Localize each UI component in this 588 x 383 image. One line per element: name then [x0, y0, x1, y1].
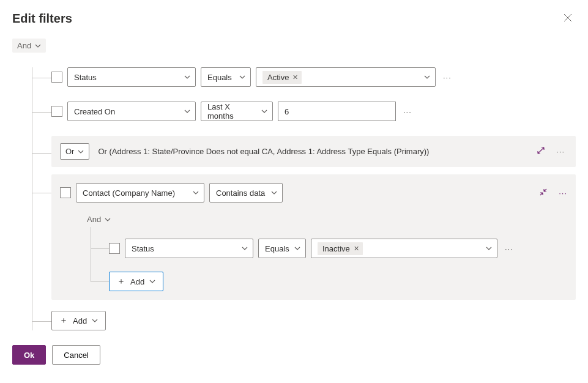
chevron-down-icon: [424, 75, 430, 79]
value-chip: Inactive ✕: [318, 242, 363, 255]
chevron-down-icon: [92, 319, 98, 322]
chevron-down-icon: [486, 247, 492, 250]
operator-select[interactable]: Equals: [201, 67, 251, 87]
field-label: Status: [132, 244, 154, 253]
operator-label: Equals: [265, 244, 289, 253]
chevron-down-icon: [294, 247, 300, 250]
add-row-wrap: ＋ Add: [84, 272, 567, 291]
chip-label: Inactive: [322, 244, 350, 253]
chevron-down-icon: [184, 110, 190, 113]
root-group-label: And: [17, 41, 31, 50]
chevron-down-icon: [35, 44, 41, 48]
chevron-down-icon: [149, 280, 155, 283]
chevron-down-icon: [261, 110, 267, 113]
row-checkbox[interactable]: [51, 106, 62, 117]
related-entity-select[interactable]: Contact (Company Name): [76, 183, 204, 203]
add-label: Add: [130, 277, 144, 286]
row-more-icon[interactable]: ···: [441, 73, 454, 82]
expand-icon[interactable]: [537, 146, 545, 157]
nested-group: And Status: [84, 214, 567, 291]
value-select[interactable]: Active ✕: [256, 67, 436, 87]
nested-group-connector[interactable]: And: [84, 214, 113, 225]
row-more-icon[interactable]: ···: [559, 188, 567, 198]
or-summary-text: Or (Address 1: State/Province Does not e…: [98, 147, 528, 156]
close-icon[interactable]: [560, 10, 576, 28]
field-select[interactable]: Created On: [67, 102, 196, 121]
dialog-title: Edit filters: [12, 12, 72, 26]
operator-select[interactable]: Contains data: [209, 183, 283, 203]
row-checkbox[interactable]: [51, 72, 62, 83]
chip-label: Active: [267, 73, 289, 82]
related-entity-block: Contact (Company Name) Contains data ···: [51, 174, 576, 300]
operator-label: Last X months: [207, 102, 256, 121]
field-label: Status: [74, 73, 97, 82]
field-select[interactable]: Status: [67, 67, 196, 87]
chevron-down-icon: [239, 75, 245, 79]
dialog-header: Edit filters: [12, 10, 576, 28]
add-label: Add: [73, 316, 87, 325]
filter-tree: Status Equals Active ✕ ···: [12, 67, 576, 330]
row-more-icon[interactable]: ···: [502, 244, 516, 253]
tree-line: [32, 153, 51, 154]
cancel-button[interactable]: Cancel: [52, 345, 100, 365]
tree-line: [32, 193, 51, 193]
filter-row: Status Equals Inactive: [84, 239, 567, 258]
add-row-wrap: ＋ Add: [27, 311, 576, 330]
value-select[interactable]: Inactive ✕: [311, 239, 497, 258]
add-button[interactable]: ＋ Add: [51, 311, 106, 330]
value-chip: Active ✕: [262, 71, 302, 84]
chip-remove-icon[interactable]: ✕: [354, 245, 359, 253]
nested-group-label: And: [87, 215, 101, 224]
or-group-connector[interactable]: Or: [60, 143, 89, 160]
root-group-connector[interactable]: And: [12, 39, 46, 53]
chevron-down-icon: [184, 75, 190, 79]
operator-label: Equals: [207, 73, 232, 82]
chevron-down-icon: [193, 191, 199, 195]
filter-row: Status Equals Active ✕ ···: [27, 67, 576, 87]
row-checkbox[interactable]: [109, 243, 120, 254]
row-checkbox[interactable]: [60, 187, 71, 198]
chevron-down-icon: [271, 191, 277, 195]
field-label: Created On: [74, 107, 115, 116]
chevron-down-icon: [105, 218, 111, 221]
value-input[interactable]: 6: [278, 102, 396, 121]
chevron-down-icon: [78, 150, 84, 154]
row-more-icon[interactable]: ···: [401, 107, 414, 116]
collapse-icon[interactable]: [539, 188, 548, 198]
operator-label: Contains data: [216, 188, 265, 198]
plus-icon: ＋: [117, 276, 125, 287]
operator-select[interactable]: Last X months: [201, 102, 273, 121]
dialog-footer: Ok Cancel: [12, 345, 576, 365]
field-select[interactable]: Status: [125, 239, 253, 258]
or-label: Or: [65, 147, 74, 156]
row-more-icon[interactable]: ···: [554, 147, 567, 156]
edit-filters-dialog: Edit filters And Status Equa: [0, 0, 588, 377]
ok-button[interactable]: Ok: [12, 345, 46, 365]
chevron-down-icon: [242, 247, 248, 250]
operator-select[interactable]: Equals: [258, 239, 306, 258]
or-group-block: Or Or (Address 1: State/Province Does no…: [51, 136, 576, 167]
value-text: 6: [285, 107, 289, 116]
chip-remove-icon[interactable]: ✕: [292, 73, 298, 81]
add-button[interactable]: ＋ Add: [109, 272, 163, 291]
filter-row: Created On Last X months 6 ···: [27, 102, 576, 121]
field-label: Contact (Company Name): [83, 188, 175, 198]
plus-icon: ＋: [59, 315, 68, 326]
